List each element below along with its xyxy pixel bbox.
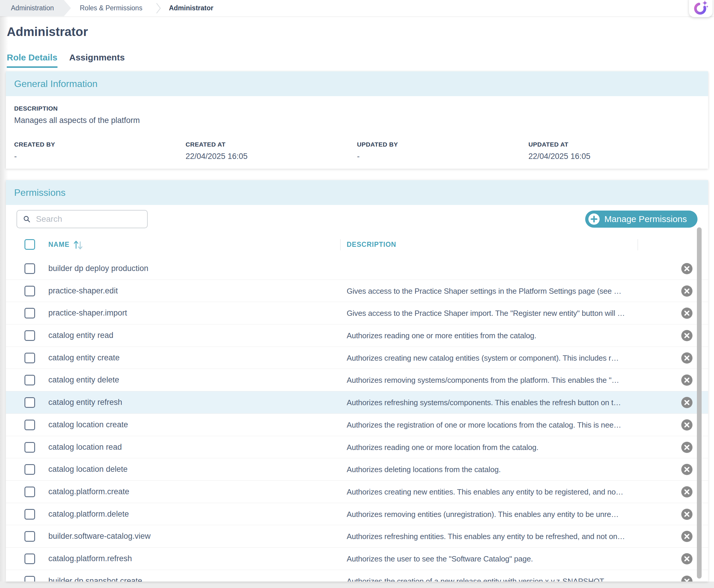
- remove-permission-button[interactable]: [681, 263, 693, 275]
- x-circle-icon: [681, 508, 693, 520]
- chevron-right-icon: [156, 0, 161, 16]
- table-row[interactable]: builder dp snapshot create Authorizes th…: [6, 570, 708, 582]
- field-label: UPDATED AT: [528, 141, 700, 148]
- audit-fields: CREATED BY - CREATED AT 22/04/2025 16:05…: [14, 141, 700, 161]
- row-checkbox[interactable]: [24, 330, 35, 341]
- remove-permission-button[interactable]: [681, 508, 693, 520]
- table-row[interactable]: catalog entity delete Authorizes removin…: [6, 369, 708, 391]
- remove-permission-button[interactable]: [681, 464, 693, 475]
- row-checkbox[interactable]: [24, 509, 35, 520]
- x-circle-icon: [681, 330, 693, 341]
- permission-description: Authorizes refreshing systems/components…: [347, 398, 639, 407]
- tab-assignments[interactable]: Assignments: [69, 52, 125, 68]
- search-box[interactable]: [17, 210, 148, 228]
- field-value: 22/04/2025 16:05: [186, 152, 357, 161]
- x-circle-icon: [681, 464, 693, 475]
- tab-role-details[interactable]: Role Details: [7, 52, 58, 68]
- row-checkbox[interactable]: [24, 531, 35, 542]
- permission-description: Authorizes deleting locations from the c…: [347, 465, 639, 474]
- select-all-checkbox[interactable]: [24, 239, 35, 250]
- breadcrumb-item-administrator[interactable]: Administrator: [169, 0, 213, 16]
- permission-description: Authorizes creating new entities. This e…: [347, 487, 639, 497]
- table-row[interactable]: catalog.platform.refresh Authorizes the …: [6, 548, 708, 570]
- permission-name: catalog.platform.delete: [48, 509, 129, 519]
- row-checkbox[interactable]: [24, 375, 35, 385]
- remove-permission-button[interactable]: [681, 486, 693, 498]
- remove-permission-button[interactable]: [681, 553, 693, 565]
- permission-name: builder.software-catalog.view: [48, 532, 151, 541]
- remove-permission-button[interactable]: [681, 285, 693, 297]
- x-circle-icon: [681, 553, 693, 565]
- permission-name: builder dp deploy production: [48, 264, 148, 273]
- roles-permissions-page: Administration Roles & Permissions Admin…: [0, 0, 714, 588]
- permission-name: builder dp snapshot create: [48, 576, 142, 582]
- table-row[interactable]: catalog location create Authorizes the r…: [6, 414, 708, 436]
- row-checkbox[interactable]: [24, 576, 35, 582]
- row-checkbox[interactable]: [24, 442, 35, 453]
- row-checkbox[interactable]: [24, 420, 35, 430]
- permission-description: Authorizes the user to see the "Software…: [347, 554, 639, 564]
- tabs: Role Details Assignments: [7, 52, 125, 68]
- column-divider: [340, 239, 341, 250]
- row-checkbox[interactable]: [24, 487, 35, 497]
- remove-permission-button[interactable]: [681, 352, 693, 364]
- permission-description: Gives access to the Practice Shaper impo…: [347, 309, 639, 318]
- remove-permission-button[interactable]: [681, 575, 693, 582]
- table-row[interactable]: practice-shaper.edit Gives access to the…: [6, 280, 708, 302]
- x-circle-icon: [681, 575, 693, 582]
- table-row[interactable]: catalog.platform.delete Authorizes remov…: [6, 503, 708, 525]
- table-row[interactable]: catalog location read Authorizes reading…: [6, 436, 708, 459]
- permissions-header: Permissions: [6, 180, 708, 205]
- table-row[interactable]: catalog.platform.create Authorizes creat…: [6, 481, 708, 503]
- table-row[interactable]: catalog entity read Authorizes reading o…: [6, 324, 708, 347]
- row-checkbox[interactable]: [24, 308, 35, 318]
- x-circle-icon: [681, 307, 693, 319]
- row-checkbox[interactable]: [24, 263, 35, 274]
- permission-name: practice-shaper.edit: [48, 286, 118, 295]
- remove-permission-button[interactable]: [681, 397, 693, 408]
- description-field: DESCRIPTION Manages all aspects of the p…: [14, 105, 700, 125]
- breadcrumb-item-administration[interactable]: Administration: [0, 0, 71, 16]
- remove-permission-button[interactable]: [681, 530, 693, 542]
- row-checkbox[interactable]: [24, 464, 35, 475]
- sort-icon[interactable]: [73, 239, 83, 252]
- remove-permission-button[interactable]: [681, 374, 693, 386]
- permission-description: Authorizes creating new catalog entities…: [347, 354, 639, 363]
- updated-at-field: UPDATED AT 22/04/2025 16:05: [528, 141, 700, 161]
- field-label: DESCRIPTION: [14, 105, 700, 112]
- updated-by-field: UPDATED BY -: [357, 141, 528, 161]
- field-label: UPDATED BY: [357, 141, 528, 148]
- field-value: -: [357, 152, 528, 161]
- search-icon: [23, 215, 31, 224]
- row-checkbox[interactable]: [24, 353, 35, 363]
- remove-permission-button[interactable]: [681, 441, 693, 453]
- table-row[interactable]: practice-shaper.import Gives access to t…: [6, 302, 708, 324]
- vertical-scrollbar[interactable]: [697, 227, 701, 579]
- field-value: Manages all aspects of the platform: [14, 116, 700, 125]
- row-checkbox[interactable]: [24, 397, 35, 408]
- x-circle-icon: [681, 441, 693, 453]
- permission-description: Gives access to the Practice Shaper sett…: [347, 287, 639, 296]
- column-header-name[interactable]: NAME: [48, 240, 70, 249]
- table-row[interactable]: builder.software-catalog.view Authorizes…: [6, 525, 708, 548]
- permission-name: catalog.platform.refresh: [48, 554, 132, 563]
- table-row[interactable]: builder dp deploy production: [6, 257, 708, 280]
- search-input[interactable]: [35, 214, 143, 224]
- breadcrumb: Administration Roles & Permissions Admin…: [0, 0, 714, 16]
- x-circle-icon: [681, 352, 693, 364]
- table-row[interactable]: catalog entity create Authorizes creatin…: [6, 347, 708, 369]
- permission-description: Authorizes reading one or more location …: [347, 443, 639, 452]
- field-value: 22/04/2025 16:05: [528, 152, 700, 161]
- remove-permission-button[interactable]: [681, 330, 693, 341]
- remove-permission-button[interactable]: [681, 307, 693, 319]
- row-checkbox[interactable]: [24, 286, 35, 296]
- row-checkbox[interactable]: [24, 553, 35, 564]
- table-row[interactable]: catalog entity refresh Authorizes refres…: [6, 391, 708, 414]
- x-circle-icon: [681, 374, 693, 386]
- ai-assistant-button[interactable]: [689, 0, 713, 17]
- remove-permission-button[interactable]: [681, 419, 693, 431]
- table-row[interactable]: catalog location delete Authorizes delet…: [6, 458, 708, 481]
- permission-description: Authorizes removing entities (unregistra…: [347, 510, 639, 519]
- breadcrumb-item-roles-permissions[interactable]: Roles & Permissions: [71, 0, 143, 16]
- manage-permissions-button[interactable]: Manage Permissions: [585, 211, 697, 228]
